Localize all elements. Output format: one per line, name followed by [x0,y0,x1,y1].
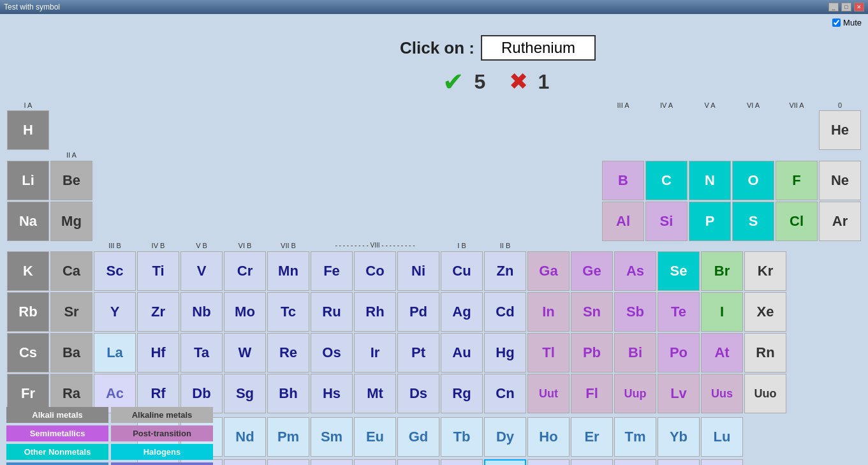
element-Pb[interactable]: Pb [571,333,613,373]
element-Nb[interactable]: Nb [180,292,223,332]
element-Re[interactable]: Re [267,333,309,373]
minimize-button[interactable]: _ [828,3,839,11]
element-Ar[interactable]: Ar [819,202,861,241]
element-Ca[interactable]: Ca [50,251,92,291]
element-Gd[interactable]: Gd [397,417,439,457]
element-Al[interactable]: Al [602,202,644,241]
element-Li[interactable]: Li [7,161,49,200]
legend-halogens[interactable]: Halogens [111,444,213,460]
element-Cs[interactable]: Cs [7,333,49,373]
element-Ne[interactable]: Ne [819,161,861,200]
element-Sr[interactable]: Sr [50,292,92,332]
element-Bk[interactable]: Bk [441,459,483,465]
element-At[interactable]: At [701,333,743,373]
element-Zr[interactable]: Zr [137,292,179,332]
element-As[interactable]: As [614,251,656,291]
element-Md[interactable]: Md [614,459,656,465]
element-Hf[interactable]: Hf [137,333,179,373]
element-No[interactable]: No [658,459,700,465]
element-Sn[interactable]: Sn [571,292,613,332]
legend-other-nonmetals[interactable]: Other Nonmetals [6,444,108,460]
element-Rb[interactable]: Rb [7,292,49,332]
element-Xe[interactable]: Xe [744,292,786,332]
element-Tc[interactable]: Tc [267,292,309,332]
element-K[interactable]: K [7,251,49,291]
element-Ds[interactable]: Ds [397,374,439,413]
element-Zn[interactable]: Zn [484,251,526,291]
element-Ag[interactable]: Ag [441,292,483,332]
element-Cm[interactable]: Cm [397,459,439,465]
element-Hg[interactable]: Hg [484,333,526,373]
element-Ti[interactable]: Ti [137,251,179,291]
element-Yb[interactable]: Yb [658,417,700,457]
element-Bi[interactable]: Bi [614,333,656,373]
element-Cd[interactable]: Cd [484,292,526,332]
element-Br[interactable]: Br [701,251,743,291]
element-Lu[interactable]: Lu [701,417,743,457]
legend-post-transition[interactable]: Post-transition [111,425,213,441]
element-Pm[interactable]: Pm [267,417,309,457]
element-Tl[interactable]: Tl [527,333,570,373]
element-Np[interactable]: Np [267,459,309,465]
legend-alkaline-metals[interactable]: Alkaline metals [111,407,213,423]
element-P[interactable]: P [689,202,731,241]
element-Dy[interactable]: Dy [484,417,526,457]
element-Sc[interactable]: Sc [94,251,136,291]
element-Pu[interactable]: Pu [311,459,353,465]
element-La[interactable]: La [94,333,136,373]
element-In[interactable]: In [527,292,570,332]
maximize-button[interactable]: □ [841,3,851,11]
element-Se[interactable]: Se [658,251,700,291]
element-Hs[interactable]: Hs [311,374,353,413]
element-Pt[interactable]: Pt [397,333,439,373]
element-Na[interactable]: Na [7,202,49,241]
element-I[interactable]: I [701,292,743,332]
element-Am[interactable]: Am [354,459,396,465]
mute-checkbox[interactable] [832,18,841,27]
legend-semimetallics[interactable]: Semimetallics [6,425,108,441]
legend-actinides[interactable]: Actinides [111,462,213,465]
element-S[interactable]: S [732,202,774,241]
element-He[interactable]: He [819,110,861,150]
element-Sg[interactable]: Sg [224,374,266,413]
element-Os[interactable]: Os [311,333,353,373]
element-Es[interactable]: Es [527,459,570,465]
element-Fe[interactable]: Fe [311,251,353,291]
element-Be[interactable]: Be [50,161,92,200]
element-Uuo[interactable]: Uuo [744,374,786,413]
element-Mn[interactable]: Mn [267,251,309,291]
element-W[interactable]: W [224,333,266,373]
element-Pd[interactable]: Pd [397,292,439,332]
element-Uut[interactable]: Uut [527,374,570,413]
element-Ho[interactable]: Ho [527,417,570,457]
element-Cn[interactable]: Cn [484,374,526,413]
element-Nd[interactable]: Nd [224,417,266,457]
element-Mo[interactable]: Mo [224,292,266,332]
element-Kr[interactable]: Kr [744,251,786,291]
element-H[interactable]: H [7,110,49,150]
element-Ir[interactable]: Ir [354,333,396,373]
element-N[interactable]: N [689,161,731,200]
element-Sb[interactable]: Sb [614,292,656,332]
element-Eu[interactable]: Eu [354,417,396,457]
element-Ge[interactable]: Ge [571,251,613,291]
legend-lanthanides[interactable]: Lanthanides [6,462,108,465]
element-V[interactable]: V [180,251,223,291]
element-Tm[interactable]: Tm [614,417,656,457]
element-Au[interactable]: Au [441,333,483,373]
element-U[interactable]: U [224,459,266,465]
close-button[interactable]: ✕ [854,3,864,11]
element-B[interactable]: B [602,161,644,200]
legend-alkali-metals[interactable]: Alkali metals [6,407,108,423]
element-Fl[interactable]: Fl [571,374,613,413]
element-Cr[interactable]: Cr [224,251,266,291]
element-Lr[interactable]: Lr [701,459,743,465]
element-Fm[interactable]: Fm [571,459,613,465]
element-Uup[interactable]: Uup [614,374,656,413]
element-Mt[interactable]: Mt [354,374,396,413]
element-Si[interactable]: Si [645,202,688,241]
element-Er[interactable]: Er [571,417,613,457]
element-Po[interactable]: Po [658,333,700,373]
element-Rg[interactable]: Rg [441,374,483,413]
element-Co[interactable]: Co [354,251,396,291]
